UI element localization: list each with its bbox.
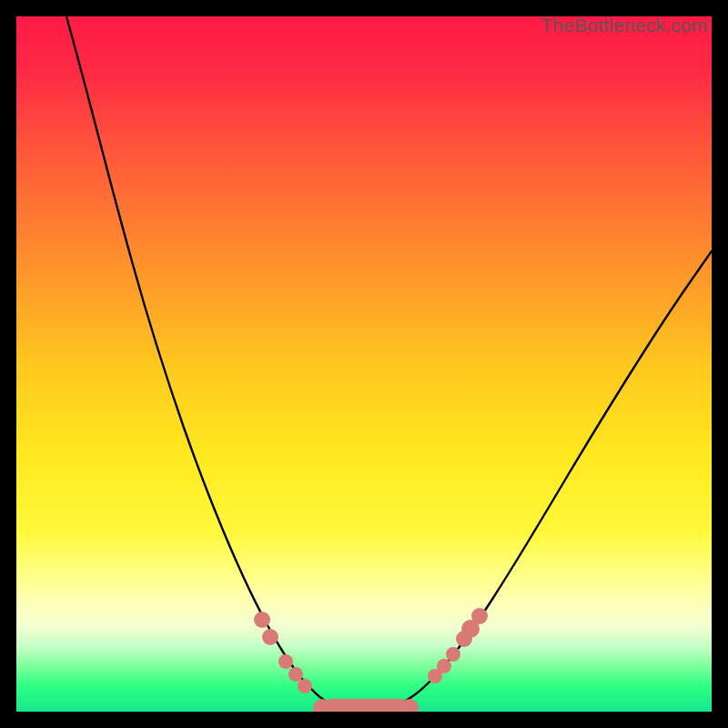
marker-right-2 xyxy=(446,647,460,662)
gradient-background xyxy=(16,16,712,712)
watermark-text: TheBottleneck.com xyxy=(541,15,708,36)
marker-left-0 xyxy=(254,612,270,628)
chart-frame: TheBottleneck.com xyxy=(16,16,712,712)
marker-left-3 xyxy=(288,667,303,682)
marker-left-4 xyxy=(298,679,312,693)
marker-left-1 xyxy=(262,629,278,645)
marker-left-2 xyxy=(278,654,293,669)
chart-svg xyxy=(16,16,712,712)
marker-right-1 xyxy=(437,659,451,673)
marker-bottom-bar xyxy=(322,699,410,712)
marker-right-5 xyxy=(471,608,488,624)
